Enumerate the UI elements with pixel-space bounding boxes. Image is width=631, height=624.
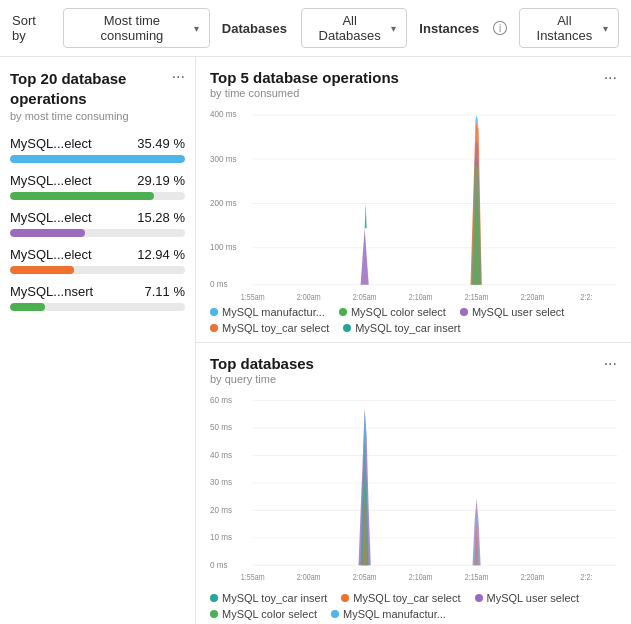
legend-label: MySQL manufactur... — [343, 608, 446, 620]
top5-more-icon[interactable]: ··· — [604, 69, 617, 87]
legend-label: MySQL manufactur... — [222, 306, 325, 318]
legend-label: MySQL toy_car insert — [355, 322, 460, 334]
db-list-item: MySQL...elect 29.19 % — [10, 173, 185, 200]
top5-svg: 400 ms 300 ms 200 ms 100 ms 0 ms 1:55am … — [210, 105, 617, 302]
svg-text:2:05am: 2:05am — [353, 572, 377, 582]
databases-dropdown[interactable]: All Databases ▾ — [301, 8, 407, 48]
legend-item: MySQL color select — [339, 306, 446, 318]
legend-item: MySQL manufactur... — [331, 608, 446, 620]
svg-text:0 ms: 0 ms — [210, 559, 228, 570]
right-panel: Top 5 database operations ··· by time co… — [196, 57, 631, 624]
db-list-item: MySQL...elect 15.28 % — [10, 210, 185, 237]
db-item-bar-fill — [10, 266, 74, 274]
db-item-bar-fill — [10, 192, 154, 200]
svg-text:20 ms: 20 ms — [210, 504, 233, 515]
db-item-bar-track — [10, 303, 185, 311]
svg-text:2:00am: 2:00am — [297, 292, 321, 302]
instances-chevron-icon: ▾ — [603, 23, 608, 34]
legend-label: MySQL toy_car select — [222, 322, 329, 334]
db-item-pct: 7.11 % — [145, 284, 185, 299]
legend-label: MySQL user select — [487, 592, 580, 604]
instances-label: Instances — [419, 21, 479, 36]
svg-text:2:10am: 2:10am — [409, 572, 433, 582]
svg-text:1:55am: 1:55am — [241, 572, 265, 582]
db-item-bar-track — [10, 155, 185, 163]
svg-marker-18 — [365, 204, 367, 229]
svg-text:100 ms: 100 ms — [210, 242, 237, 253]
top-databases-chart-area: 60 ms 50 ms 40 ms 30 ms 20 ms 10 ms 0 ms — [210, 391, 617, 588]
legend-item: MySQL toy_car select — [210, 322, 329, 334]
svg-text:200 ms: 200 ms — [210, 197, 237, 208]
svg-text:0 ms: 0 ms — [210, 279, 228, 290]
db-item-name: MySQL...elect — [10, 247, 92, 262]
svg-text:2:05am: 2:05am — [353, 292, 377, 302]
legend-label: MySQL toy_car insert — [222, 592, 327, 604]
databases-chevron-icon: ▾ — [391, 23, 396, 34]
legend-color-dot — [210, 594, 218, 602]
svg-text:50 ms: 50 ms — [210, 422, 233, 433]
svg-text:2:15am: 2:15am — [465, 292, 489, 302]
db-item-bar-track — [10, 266, 185, 274]
db-item-bar-fill — [10, 155, 185, 163]
legend-item: MySQL user select — [475, 592, 580, 604]
left-panel: ··· Top 20 database operations by most t… — [0, 57, 196, 624]
legend-color-dot — [210, 324, 218, 332]
db-list-item: MySQL...elect 12.94 % — [10, 247, 185, 274]
databases-filter-value: All Databases — [312, 13, 387, 43]
legend-item: MySQL toy_car insert — [343, 322, 460, 334]
left-panel-title: Top 20 database operations — [10, 69, 185, 108]
top5-chart-area: 400 ms 300 ms 200 ms 100 ms 0 ms 1:55am … — [210, 105, 617, 302]
legend-item: MySQL color select — [210, 608, 317, 620]
db-item-pct: 35.49 % — [137, 136, 185, 151]
db-list-item: MySQL...elect 35.49 % — [10, 136, 185, 163]
legend-color-dot — [475, 594, 483, 602]
svg-text:2:00am: 2:00am — [297, 572, 321, 582]
top5-subtitle: by time consumed — [210, 87, 617, 99]
instances-info-icon[interactable]: i — [493, 21, 506, 35]
svg-text:1:55am: 1:55am — [241, 292, 265, 302]
svg-text:30 ms: 30 ms — [210, 477, 233, 488]
legend-color-dot — [339, 308, 347, 316]
svg-text:2:15am: 2:15am — [465, 572, 489, 582]
db-item-name: MySQL...elect — [10, 136, 92, 151]
db-list-item: MySQL...nsert 7.11 % — [10, 284, 185, 311]
databases-label: Databases — [222, 21, 287, 36]
sort-dropdown[interactable]: Most time consuming ▾ — [63, 8, 210, 48]
top5-chart-card: Top 5 database operations ··· by time co… — [196, 57, 631, 343]
top-databases-chart-card: Top databases ··· by query time 60 ms 50… — [196, 343, 631, 624]
db-item-pct: 29.19 % — [137, 173, 185, 188]
legend-color-dot — [341, 594, 349, 602]
legend-item: MySQL toy_car select — [341, 592, 460, 604]
legend-label: MySQL color select — [222, 608, 317, 620]
top-databases-header: Top databases ··· — [210, 355, 617, 373]
top-databases-title: Top databases — [210, 355, 314, 372]
legend-color-dot — [460, 308, 468, 316]
legend-item: MySQL user select — [460, 306, 565, 318]
main-layout: ··· Top 20 database operations by most t… — [0, 57, 631, 624]
svg-text:40 ms: 40 ms — [210, 449, 233, 460]
top-databases-more-icon[interactable]: ··· — [604, 355, 617, 373]
db-item-name: MySQL...elect — [10, 210, 92, 225]
left-panel-header: ··· Top 20 database operations by most t… — [10, 69, 185, 122]
legend-label: MySQL user select — [472, 306, 565, 318]
svg-text:400 ms: 400 ms — [210, 109, 237, 120]
left-panel-more-icon[interactable]: ··· — [172, 69, 185, 85]
top5-header: Top 5 database operations ··· — [210, 69, 617, 87]
legend-color-dot — [331, 610, 339, 618]
db-item-bar-track — [10, 229, 185, 237]
svg-marker-17 — [361, 228, 369, 285]
legend-item: MySQL toy_car insert — [210, 592, 327, 604]
instances-dropdown[interactable]: All Instances ▾ — [519, 8, 619, 48]
svg-text:2:2:: 2:2: — [581, 292, 593, 302]
db-item-bar-fill — [10, 303, 45, 311]
instances-filter-value: All Instances — [530, 13, 599, 43]
legend-label: MySQL color select — [351, 306, 446, 318]
left-panel-subtitle: by most time consuming — [10, 110, 185, 122]
header: Sort by Most time consuming ▾ Databases … — [0, 0, 631, 57]
svg-text:2:20am: 2:20am — [521, 292, 545, 302]
top5-title: Top 5 database operations — [210, 69, 399, 86]
db-item-pct: 12.94 % — [137, 247, 185, 262]
svg-text:10 ms: 10 ms — [210, 532, 233, 543]
db-item-bar-fill — [10, 229, 85, 237]
top-databases-subtitle: by query time — [210, 373, 617, 385]
